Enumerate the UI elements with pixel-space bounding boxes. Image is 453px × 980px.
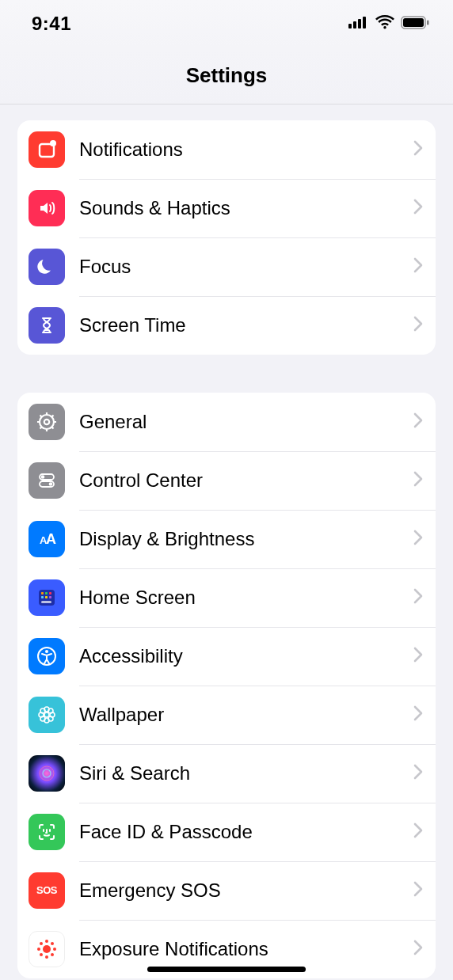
row-label: Focus [79, 256, 407, 278]
row-sounds[interactable]: Sounds & Haptics [17, 179, 436, 237]
row-screen-time[interactable]: Screen Time [17, 296, 436, 355]
svg-line-16 [51, 427, 53, 428]
cellular-icon [348, 16, 369, 32]
svg-point-51 [45, 955, 48, 959]
row-label: Screen Time [79, 314, 407, 336]
notifications-icon [29, 131, 65, 168]
speaker-icon [29, 190, 65, 226]
row-label: Accessibility [79, 645, 407, 667]
faceid-icon [29, 814, 65, 850]
row-label: Sounds & Haptics [79, 197, 407, 219]
svg-point-50 [45, 940, 48, 943]
chevron-right-icon [413, 940, 423, 959]
svg-rect-29 [41, 596, 44, 598]
home-indicator[interactable] [147, 967, 306, 972]
row-label: Notifications [79, 139, 407, 161]
status-time: 9:41 [32, 13, 71, 35]
svg-rect-30 [45, 596, 48, 598]
row-label: General [79, 411, 407, 433]
svg-point-56 [40, 953, 43, 956]
row-accessibility[interactable]: Accessibility [17, 627, 436, 686]
row-faceid[interactable]: Face ID & Passcode [17, 803, 436, 861]
svg-rect-3 [363, 17, 366, 28]
sos-icon: SOS [29, 872, 65, 909]
row-wallpaper[interactable]: Wallpaper [17, 686, 436, 744]
chevron-right-icon [413, 471, 423, 490]
row-notifications[interactable]: Notifications [17, 120, 436, 179]
svg-rect-5 [403, 18, 424, 27]
chevron-right-icon [413, 412, 423, 431]
siri-icon [29, 755, 65, 792]
chevron-right-icon [413, 764, 423, 783]
text-size-icon: AA [29, 521, 65, 557]
chevron-right-icon [413, 705, 423, 724]
chevron-right-icon [413, 822, 423, 841]
svg-line-17 [40, 427, 42, 428]
svg-line-18 [51, 416, 53, 417]
svg-point-57 [51, 953, 54, 956]
settings-scroll[interactable]: Notifications Sounds & Haptics Focus Scr… [0, 104, 453, 980]
row-label: Home Screen [79, 587, 407, 609]
svg-rect-6 [427, 20, 429, 25]
svg-point-53 [53, 948, 56, 951]
svg-text:SOS: SOS [36, 884, 58, 896]
battery-icon [401, 16, 429, 32]
row-label: Display & Brightness [79, 528, 407, 550]
row-siri[interactable]: Siri & Search [17, 744, 436, 803]
chevron-right-icon [413, 588, 423, 607]
svg-rect-0 [348, 24, 352, 28]
settings-group-0: Notifications Sounds & Haptics Focus Scr… [17, 120, 436, 355]
chevron-right-icon [413, 647, 423, 666]
row-label: Emergency SOS [79, 879, 407, 902]
row-label: Siri & Search [79, 762, 407, 784]
svg-text:A: A [46, 531, 56, 547]
row-focus[interactable]: Focus [17, 237, 436, 296]
svg-line-15 [40, 416, 42, 417]
status-indicators [348, 15, 429, 32]
gear-icon [29, 404, 65, 440]
svg-rect-31 [49, 596, 51, 598]
row-control-center[interactable]: Control Center [17, 451, 436, 510]
svg-point-34 [45, 650, 48, 653]
row-label: Wallpaper [79, 704, 407, 726]
svg-point-52 [37, 948, 40, 951]
svg-point-8 [50, 140, 56, 146]
flower-icon [29, 697, 65, 733]
svg-point-54 [40, 942, 43, 945]
svg-point-49 [43, 945, 51, 953]
svg-point-20 [41, 475, 45, 479]
svg-rect-28 [49, 592, 51, 594]
svg-point-45 [40, 766, 54, 781]
svg-rect-27 [45, 592, 48, 594]
status-bar: 9:41 [0, 0, 453, 47]
svg-rect-1 [353, 21, 356, 28]
chevron-right-icon [413, 530, 423, 549]
chevron-right-icon [413, 316, 423, 335]
chevron-right-icon [413, 140, 423, 159]
page-title: Settings [186, 63, 268, 88]
home-grid-icon [29, 579, 65, 616]
exposure-icon [29, 931, 65, 967]
toggles-icon [29, 462, 65, 499]
row-emergency[interactable]: SOS Emergency SOS [17, 861, 436, 920]
svg-point-10 [44, 420, 49, 424]
chevron-right-icon [413, 199, 423, 218]
row-label: Face ID & Passcode [79, 821, 407, 843]
wifi-icon [375, 15, 394, 32]
row-home-screen[interactable]: Home Screen [17, 568, 436, 627]
row-general[interactable]: General [17, 393, 436, 451]
hourglass-icon [29, 307, 65, 344]
svg-point-9 [40, 415, 54, 429]
moon-icon [29, 249, 65, 285]
svg-rect-2 [358, 19, 361, 28]
chevron-right-icon [413, 257, 423, 276]
svg-rect-26 [41, 592, 44, 594]
svg-point-35 [44, 712, 49, 717]
accessibility-icon [29, 638, 65, 674]
svg-rect-32 [41, 601, 51, 603]
settings-group-1: General Control Center AA Display & Brig… [17, 393, 436, 978]
row-display[interactable]: AA Display & Brightness [17, 510, 436, 568]
row-label: Control Center [79, 469, 407, 492]
svg-point-44 [43, 769, 51, 777]
chevron-right-icon [413, 881, 423, 900]
